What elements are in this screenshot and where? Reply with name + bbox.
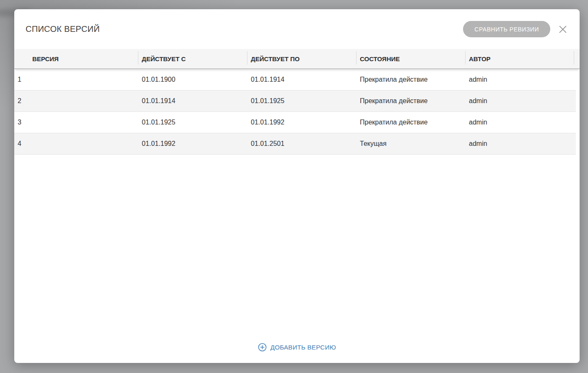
cell-valid-from: 01.01.1925 xyxy=(138,119,247,126)
compare-revisions-button[interactable]: СРАВНИТЬ РЕВИЗИИ xyxy=(463,21,550,37)
cell-version: 3 xyxy=(14,119,138,126)
dialog-title: СПИСОК ВЕРСИЙ xyxy=(26,24,463,34)
cell-author: admin xyxy=(466,76,576,83)
cell-state: Прекратила действие xyxy=(356,76,466,83)
add-version-button[interactable]: ДОБАВИТЬ ВЕРСИЮ xyxy=(258,343,336,352)
cell-valid-to: 01.01.2501 xyxy=(247,140,356,148)
cell-valid-from: 01.01.1900 xyxy=(138,76,247,83)
cell-valid-from: 01.01.1992 xyxy=(138,140,247,148)
column-header-version: ВЕРСИЯ xyxy=(14,49,138,68)
versions-dialog: СПИСОК ВЕРСИЙ СРАВНИТЬ РЕВИЗИИ ВЕРСИЯ ДЕ… xyxy=(14,9,580,363)
column-header-valid-to: ДЕЙСТВУЕТ ПО xyxy=(247,49,356,68)
version-row[interactable]: 2 01.01.1914 01.01.1925 Прекратила дейст… xyxy=(14,91,576,112)
dialog-header: СПИСОК ВЕРСИЙ СРАВНИТЬ РЕВИЗИИ xyxy=(14,9,580,49)
cell-valid-to: 01.01.1992 xyxy=(247,119,356,126)
cell-version: 4 xyxy=(14,140,138,148)
cell-author: admin xyxy=(466,140,576,148)
cell-version: 1 xyxy=(14,76,138,83)
circled-plus-icon xyxy=(258,343,267,352)
cell-valid-to: 01.01.1914 xyxy=(247,76,356,83)
version-row[interactable]: 4 01.01.1992 01.01.2501 Текущая admin xyxy=(14,133,576,155)
version-table-body: 1 01.01.1900 01.01.1914 Прекратила дейст… xyxy=(14,69,576,155)
column-header-state: СОСТОЯНИЕ xyxy=(356,49,466,68)
add-version-label: ДОБАВИТЬ ВЕРСИЮ xyxy=(271,344,336,351)
cell-state: Прекратила действие xyxy=(356,119,466,126)
dialog-footer: ДОБАВИТЬ ВЕРСИЮ xyxy=(14,343,580,363)
version-row[interactable]: 1 01.01.1900 01.01.1914 Прекратила дейст… xyxy=(14,69,576,91)
table-header-row: ВЕРСИЯ ДЕЙСТВУЕТ С ДЕЙСТВУЕТ ПО СОСТОЯНИ… xyxy=(14,49,580,69)
cell-valid-to: 01.01.1925 xyxy=(247,97,356,105)
empty-area xyxy=(14,155,580,343)
column-header-valid-from: ДЕЙСТВУЕТ С xyxy=(138,49,247,68)
header-filler xyxy=(574,49,580,68)
cell-version: 2 xyxy=(14,97,138,105)
close-button[interactable] xyxy=(557,23,569,35)
column-header-author: АВТОР xyxy=(466,49,574,68)
version-row[interactable]: 3 01.01.1925 01.01.1992 Прекратила дейст… xyxy=(14,112,576,133)
cell-state: Текущая xyxy=(356,140,466,148)
cell-valid-from: 01.01.1914 xyxy=(138,97,247,105)
cell-author: admin xyxy=(466,97,576,105)
close-x-icon xyxy=(557,24,568,35)
cell-author: admin xyxy=(466,119,576,126)
cell-state: Прекратила действие xyxy=(356,97,466,105)
